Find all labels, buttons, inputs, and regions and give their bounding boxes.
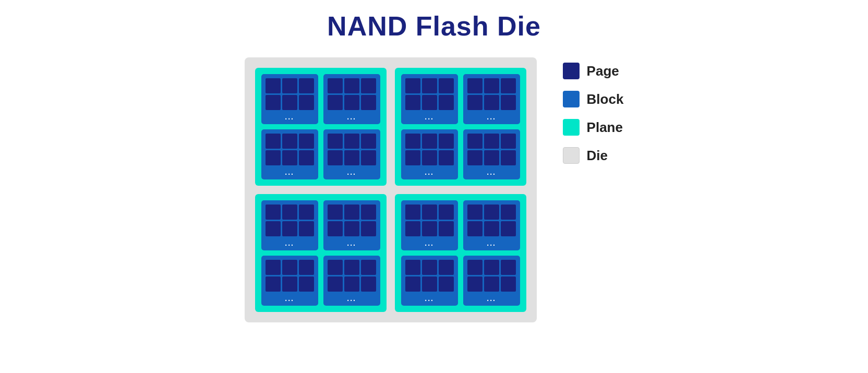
page-cell bbox=[467, 276, 483, 292]
block-4-2: ... bbox=[463, 200, 520, 250]
block-ellipsis: ... bbox=[285, 168, 294, 176]
page-cell bbox=[344, 150, 359, 165]
legend-item-die: Die bbox=[563, 147, 624, 164]
page-cell bbox=[282, 260, 297, 275]
page-cell bbox=[467, 95, 483, 110]
page-cell bbox=[501, 150, 516, 165]
block-4-3: ... bbox=[401, 256, 458, 306]
page-cell bbox=[361, 134, 376, 149]
block-ellipsis: ... bbox=[425, 168, 434, 176]
page-cell bbox=[439, 95, 454, 110]
page-cell bbox=[266, 204, 281, 220]
page-cell bbox=[405, 221, 420, 236]
block-ellipsis: ... bbox=[347, 239, 356, 247]
page-cell bbox=[344, 260, 359, 275]
page-cell bbox=[266, 95, 281, 110]
page-cell bbox=[299, 276, 314, 292]
page-cell bbox=[467, 204, 483, 220]
page-cell bbox=[422, 260, 437, 275]
block-4-1: ... bbox=[401, 200, 458, 250]
block-ellipsis: ... bbox=[425, 113, 434, 121]
block-3-1: ... bbox=[261, 200, 318, 250]
die-swatch bbox=[563, 147, 580, 164]
page-cell bbox=[405, 260, 420, 275]
page-cell bbox=[282, 221, 297, 236]
page-cell bbox=[266, 134, 281, 149]
page-cell bbox=[344, 78, 359, 93]
page-cell bbox=[484, 276, 499, 292]
page-cell bbox=[422, 134, 437, 149]
block-ellipsis: ... bbox=[487, 294, 496, 303]
block-1-1: ... bbox=[261, 74, 318, 124]
legend-label-block: Block bbox=[587, 91, 624, 107]
page-cell bbox=[282, 95, 297, 110]
page-cell bbox=[501, 260, 516, 275]
page-cell bbox=[467, 150, 483, 165]
page-grid bbox=[405, 134, 454, 165]
page-cell bbox=[361, 95, 376, 110]
page-cell bbox=[439, 150, 454, 165]
page-cell bbox=[266, 78, 281, 93]
page-cell bbox=[361, 221, 376, 236]
block-ellipsis: ... bbox=[285, 294, 294, 303]
page-cell bbox=[467, 78, 483, 93]
page-cell bbox=[328, 78, 343, 93]
page-cell bbox=[344, 204, 359, 220]
page-cell bbox=[344, 221, 359, 236]
page-cell bbox=[299, 134, 314, 149]
legend-item-plane: Plane bbox=[563, 119, 624, 136]
page-cell bbox=[501, 134, 516, 149]
page-cell bbox=[328, 204, 343, 220]
page-cell bbox=[484, 221, 499, 236]
page-cell bbox=[484, 78, 499, 93]
page-cell bbox=[299, 95, 314, 110]
page-grid bbox=[328, 260, 376, 292]
block-3-2: ... bbox=[323, 200, 380, 250]
page-cell bbox=[361, 204, 376, 220]
block-2-1: ... bbox=[401, 74, 458, 124]
block-ellipsis: ... bbox=[285, 113, 294, 121]
page-cell bbox=[422, 204, 437, 220]
block-swatch bbox=[563, 91, 580, 107]
page-cell bbox=[439, 260, 454, 275]
page-cell bbox=[405, 150, 420, 165]
page-cell bbox=[299, 150, 314, 165]
page-cell bbox=[282, 204, 297, 220]
block-ellipsis: ... bbox=[487, 239, 496, 247]
page-cell bbox=[467, 134, 483, 149]
block-2-2: ... bbox=[463, 74, 520, 124]
page-cell bbox=[266, 260, 281, 275]
plane-2: ... ... bbox=[395, 68, 526, 186]
page-cell bbox=[439, 134, 454, 149]
page-cell bbox=[328, 134, 343, 149]
block-3-3: ... bbox=[261, 256, 318, 306]
block-1-3: ... bbox=[261, 129, 318, 179]
page-cell bbox=[344, 95, 359, 110]
page-cell bbox=[282, 78, 297, 93]
page-cell bbox=[266, 276, 281, 292]
page-cell bbox=[467, 221, 483, 236]
page-cell bbox=[467, 260, 483, 275]
page-cell bbox=[299, 260, 314, 275]
block-ellipsis: ... bbox=[347, 168, 356, 176]
page-cell bbox=[405, 95, 420, 110]
page-cell bbox=[405, 204, 420, 220]
page-cell bbox=[361, 78, 376, 93]
block-ellipsis: ... bbox=[285, 239, 294, 247]
die-container: ... ... bbox=[245, 57, 537, 322]
legend-item-page: Page bbox=[563, 63, 624, 79]
page-cell bbox=[439, 204, 454, 220]
page-cell bbox=[422, 150, 437, 165]
block-3-4: ... bbox=[323, 256, 380, 306]
block-ellipsis: ... bbox=[347, 113, 356, 121]
page-cell bbox=[361, 150, 376, 165]
page-cell bbox=[328, 276, 343, 292]
page-cell bbox=[501, 221, 516, 236]
page-title: NAND Flash Die bbox=[327, 10, 541, 42]
page-grid bbox=[405, 78, 454, 110]
page-cell bbox=[405, 134, 420, 149]
block-1-2: ... bbox=[323, 74, 380, 124]
page-cell bbox=[282, 150, 297, 165]
page-grid bbox=[405, 204, 454, 236]
page-cell bbox=[422, 276, 437, 292]
